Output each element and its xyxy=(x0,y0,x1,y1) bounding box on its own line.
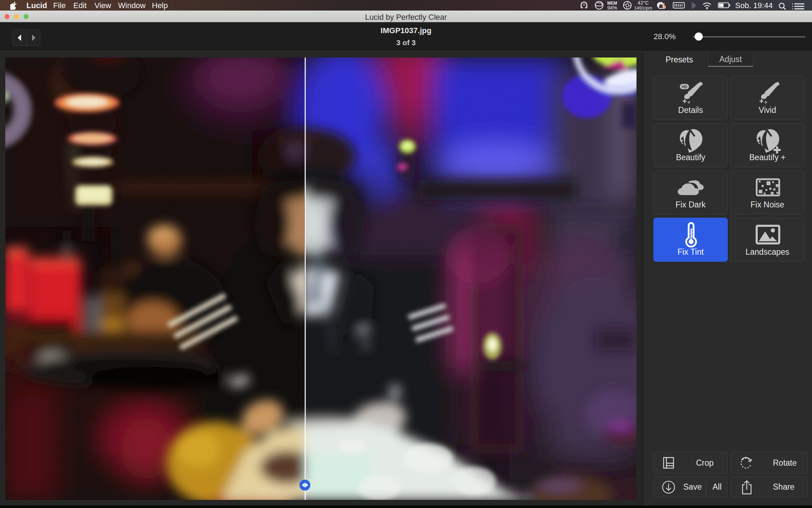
svg-text:94%: 94% xyxy=(607,5,617,11)
svg-text:42°C: 42°C xyxy=(638,0,648,6)
svg-text:HD: HD xyxy=(682,85,687,89)
svg-text:1491rpm: 1491rpm xyxy=(634,5,652,11)
